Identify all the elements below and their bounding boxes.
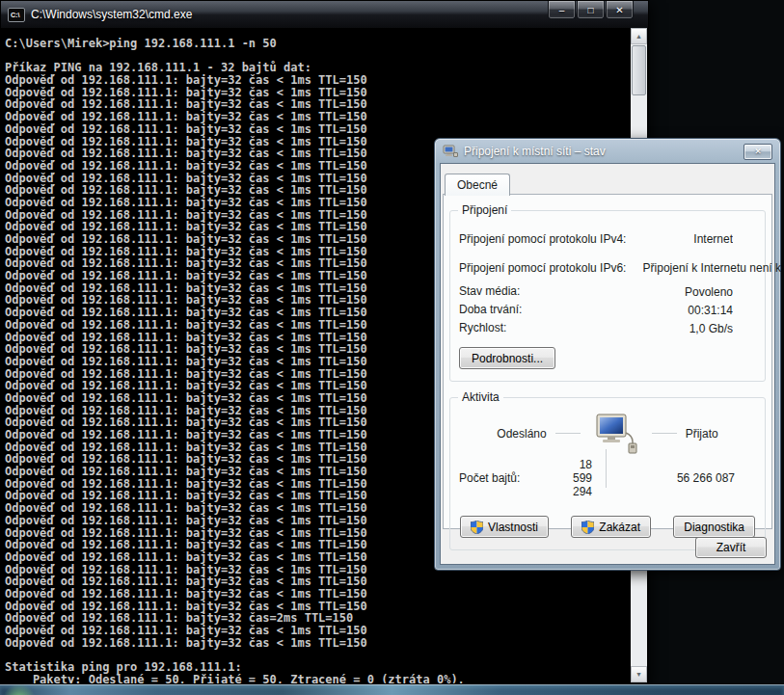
cmd-window-title: C:\Windows\system32\cmd.exe xyxy=(31,8,192,21)
sent-bytes-value: 18 599 294 xyxy=(563,458,592,498)
sent-label: Odesláno xyxy=(497,427,546,441)
bytes-row: Počet bajtů: 18 599 294 56 266 087 xyxy=(459,458,756,498)
speed-label: Rychlost: xyxy=(459,322,631,334)
scroll-up-icon[interactable]: ▲ xyxy=(631,28,647,44)
diagnose-button[interactable]: Diagnostika xyxy=(673,516,755,538)
ipv4-row: Připojení pomocí protokolu IPv4: Interne… xyxy=(459,225,756,254)
properties-button-label: Vlastnosti xyxy=(488,521,538,534)
close-dialog-button[interactable]: Zavřít xyxy=(695,537,767,558)
disable-button[interactable]: Zakázat xyxy=(571,516,651,538)
network-connection-icon xyxy=(443,145,458,158)
media-state-value: Povoleno xyxy=(685,285,733,299)
uac-shield-icon xyxy=(471,521,483,534)
properties-button[interactable]: Vlastnosti xyxy=(460,516,549,538)
desktop: C:\ C:\Windows\system32\cmd.exe – □ ✕ C:… xyxy=(0,0,784,695)
close-button[interactable]: ✕ xyxy=(606,1,634,19)
cmd-titlebar[interactable]: C:\ C:\Windows\system32\cmd.exe – □ ✕ xyxy=(1,1,648,28)
speed-row: Rychlost: 1,0 Gb/s xyxy=(459,319,756,337)
media-state-label: Stav média: xyxy=(459,285,631,298)
cmd-icon: C:\ xyxy=(8,8,25,22)
dialog-close-button[interactable]: ✕ xyxy=(743,144,772,160)
ipv4-value: Internet xyxy=(693,232,733,246)
ipv6-row: Připojení pomocí protokolu IPv6: Připoje… xyxy=(459,254,756,282)
dialog-title: Připojení k místní síti – stav xyxy=(464,145,743,158)
separator-line xyxy=(652,433,677,435)
taskbar[interactable] xyxy=(0,684,784,695)
details-button[interactable]: Podrobnosti... xyxy=(459,347,555,369)
console-line: Odpověď od 192.168.111.1: bajty=32 čas <… xyxy=(5,74,631,87)
connection-group-caption: Připojení xyxy=(458,203,511,217)
bytes-label: Počet bajtů: xyxy=(459,471,563,485)
ipv4-label: Připojení pomocí protokolu IPv4: xyxy=(459,233,631,246)
scrollbar-thumb[interactable] xyxy=(632,45,646,95)
dialog-client-area: Obecné Připojení Připojení pomocí protok… xyxy=(441,164,774,564)
tab-obecne[interactable]: Obecné xyxy=(445,174,510,196)
duration-row: Doba trvání: 00:31:14 xyxy=(459,301,756,319)
dialog-titlebar[interactable]: Připojení k místní síti – stav ✕ xyxy=(435,139,780,164)
received-label: Přijato xyxy=(686,427,718,441)
duration-label: Doba trvání: xyxy=(459,304,631,316)
disable-button-label: Zakázat xyxy=(599,521,640,534)
media-state-row: Stav média: Povoleno xyxy=(459,282,756,301)
tab-page-general: Připojení Připojení pomocí protokolu IPv… xyxy=(443,194,772,529)
window-controls: – □ ✕ xyxy=(547,1,634,19)
duration-value: 00:31:14 xyxy=(688,304,733,317)
ipv6-label: Připojení pomocí protokolu IPv6: xyxy=(459,262,631,275)
network-status-dialog: Připojení k místní síti – stav ✕ Obecné … xyxy=(434,138,781,571)
console-line: Pakety: Odeslané = 50, Přijaté = 50, Ztr… xyxy=(5,674,631,683)
minimize-button[interactable]: – xyxy=(548,1,576,19)
scroll-down-icon[interactable]: ▼ xyxy=(631,666,647,682)
activity-group: Aktivita Odesláno xyxy=(449,397,766,550)
uac-shield-icon xyxy=(581,521,594,534)
console-line: Odpověď od 192.168.111.1: bajty=32 čas <… xyxy=(5,111,631,123)
received-bytes-value: 56 266 087 xyxy=(621,471,735,485)
console-line: Odpověď od 192.168.111.1: bajty=32 čas <… xyxy=(5,637,631,650)
console-line: Odpověď od 192.168.111.1: bajty=32 čas <… xyxy=(5,625,631,637)
maximize-button[interactable]: □ xyxy=(577,1,605,19)
activity-group-caption: Aktivita xyxy=(458,390,503,404)
console-line: C:\Users\Mirek>ping 192.168.111.1 -n 50 xyxy=(5,38,631,50)
console-line: Statistika ping pro 192.168.111.1: xyxy=(5,661,631,674)
speed-value: 1,0 Gb/s xyxy=(689,322,733,335)
vertical-divider xyxy=(606,449,608,488)
network-computer-icon xyxy=(589,414,643,454)
activity-icon-row: Odesláno xyxy=(459,412,756,456)
activity-buttons-row: Vlastnosti xyxy=(459,516,756,538)
ipv6-value: Připojení k Internetu není k xyxy=(643,261,781,275)
connection-group: Připojení Připojení pomocí protokolu IPv… xyxy=(449,210,766,382)
console-line: Odpověď od 192.168.111.1: bajty=32 čas <… xyxy=(5,123,631,136)
separator-line xyxy=(555,433,581,435)
console-line: Odpověď od 192.168.111.1: bajty=32 čas <… xyxy=(5,588,631,601)
